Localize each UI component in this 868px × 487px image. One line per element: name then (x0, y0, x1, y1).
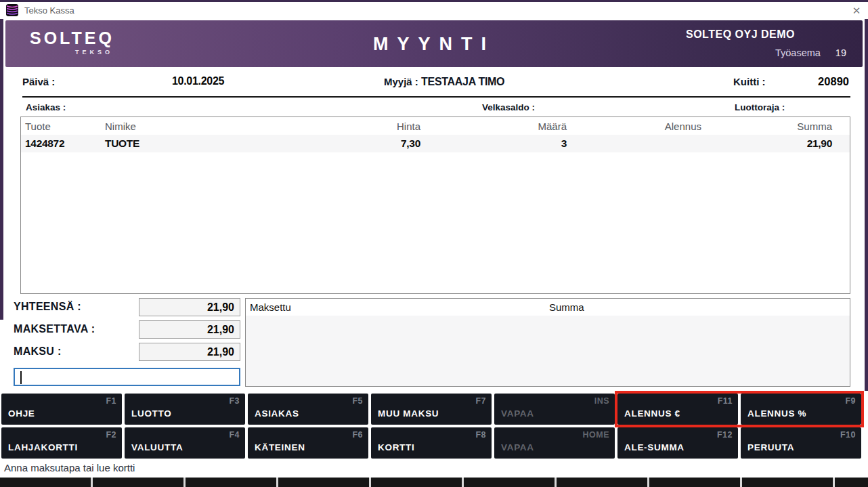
col-header-alennus: Alennus (567, 121, 701, 132)
payment-value: 21,90 (139, 343, 240, 361)
payable-label: MAKSETTAVA : (14, 323, 95, 335)
items-table: Tuote Nimike Hinta Määrä Alennus Summa 1… (20, 117, 850, 294)
fkey-label: F10 (840, 430, 856, 440)
function-button-peruuta[interactable]: F10 PERUUTA (741, 427, 861, 459)
customer-label: Asiakas : (26, 102, 66, 112)
fkey-label: F5 (352, 396, 363, 406)
items-table-header: Tuote Nimike Hinta Määrä Alennus Summa (21, 117, 850, 135)
total-value: 21,90 (139, 298, 240, 316)
fkey-label: F7 (475, 396, 486, 406)
fkey-label: F12 (717, 430, 733, 440)
cell-product-code: 1424872 (21, 137, 105, 150)
paid-column-header: Maksettu (250, 301, 291, 313)
window-title: Tekso Kassa (24, 5, 74, 16)
function-button-asiakas[interactable]: F5 ASIAKAS (248, 394, 368, 425)
payments-panel-header: Maksettu Summa (246, 299, 850, 316)
workstation-label: Työasema (775, 47, 821, 58)
fkey-label: F11 (718, 396, 733, 406)
fkey-label: F8 (475, 430, 486, 440)
col-header-tuote: Tuote (21, 121, 105, 132)
date-value: 10.01.2025 (172, 75, 224, 87)
divider-line (22, 96, 850, 98)
fkey-label: F3 (229, 396, 240, 406)
close-icon[interactable]: ✕ (848, 3, 865, 18)
seller-value: TESTAAJA TIMO (421, 76, 504, 87)
fkey-label: F6 (352, 430, 363, 440)
fkey-label: F4 (229, 430, 240, 440)
table-row[interactable]: 1424872 TUOTE 7,30 3 21,90 (21, 135, 850, 152)
receipt-label: Kuitti : (733, 76, 765, 87)
workstation-info: Työasema19 (775, 47, 846, 58)
date-label: Päivä : (22, 76, 55, 87)
col-header-nimike: Nimike (105, 121, 332, 132)
payable-value: 21,90 (139, 320, 240, 339)
title-bar: Tekso Kassa ✕ (0, 2, 868, 19)
seller-label: Myyjä : (384, 76, 418, 87)
window-right-border (865, 18, 868, 391)
payment-input[interactable] (14, 368, 240, 386)
function-button-ale-summa[interactable]: F12 ALE-SUMMA (617, 427, 738, 459)
function-button-kortti[interactable]: F8 KORTTI (371, 427, 492, 459)
company-name: SOLTEQ OYJ DEMO (686, 28, 795, 41)
cell-product-name: TUOTE (105, 137, 332, 150)
function-button-vapaa-ins: INS VAPAA (494, 394, 615, 425)
function-button-muu-maksu[interactable]: F7 MUU MAKSU (371, 394, 492, 425)
fkey-label: F9 (845, 396, 856, 406)
fkey-label: F2 (106, 430, 116, 440)
workstation-value: 19 (836, 47, 846, 58)
status-message: Anna maksutapa tai lue kortti (4, 462, 135, 473)
col-header-summa: Summa (701, 121, 832, 132)
function-button-luotto[interactable]: F3 LUOTTO (125, 394, 245, 425)
cell-price: 7,30 (332, 137, 420, 150)
function-button-valuutta[interactable]: F4 VALUUTTA (125, 427, 245, 459)
payment-label: MAKSU : (14, 345, 62, 358)
function-button-ohje[interactable]: F1 OHJE (1, 394, 122, 425)
payments-panel-body (246, 316, 850, 386)
text-caret (20, 371, 22, 384)
bottom-strip (0, 478, 868, 487)
status-bar: Anna maksutapa tai lue kortti (0, 459, 868, 478)
fkey-label: F1 (106, 396, 116, 406)
debt-balance-label: Velkasaldo : (482, 102, 535, 112)
function-button-alennus-prosentti[interactable]: F9 ALENNUS % (741, 394, 861, 425)
function-button-kateinen[interactable]: F6 KÄTEINEN (248, 427, 368, 459)
total-label: YHTEENSÄ : (14, 301, 81, 313)
cell-sum: 21,90 (701, 137, 832, 150)
tekso-kassa-window: Tekso Kassa ✕ SOLTEQ TEKSO MYYNTI SOLTEQ… (0, 0, 868, 487)
col-header-hinta: Hinta (332, 121, 420, 132)
app-logo-icon (6, 4, 18, 16)
fkey-label: INS (594, 396, 609, 406)
function-button-grid: F1 OHJE F2 LAHJAKORTTI F3 LUOTTO F4 VALU… (1, 394, 864, 459)
app-header: SOLTEQ TEKSO MYYNTI SOLTEQ OYJ DEMO Työa… (5, 20, 863, 67)
fkey-label: HOME (583, 430, 610, 440)
function-button-area: F1 OHJE F2 LAHJAKORTTI F3 LUOTTO F4 VALU… (1, 394, 864, 459)
credit-limit-label: Luottoraja : (735, 102, 785, 112)
col-header-maara: Määrä (420, 121, 567, 132)
function-button-alennus-euro[interactable]: F11 ALENNUS € (617, 394, 738, 425)
payments-panel: Maksettu Summa (245, 298, 850, 387)
receipt-number: 20890 (779, 75, 849, 88)
function-button-lahjakortti[interactable]: F2 LAHJAKORTTI (1, 427, 122, 459)
sum-column-header: Summa (549, 301, 584, 313)
function-button-vapaa-home: HOME VAPAA (494, 427, 615, 459)
window-left-border (0, 18, 3, 320)
cell-quantity: 3 (420, 137, 567, 150)
seller-line: Myyjä : TESTAAJA TIMO (384, 76, 504, 88)
